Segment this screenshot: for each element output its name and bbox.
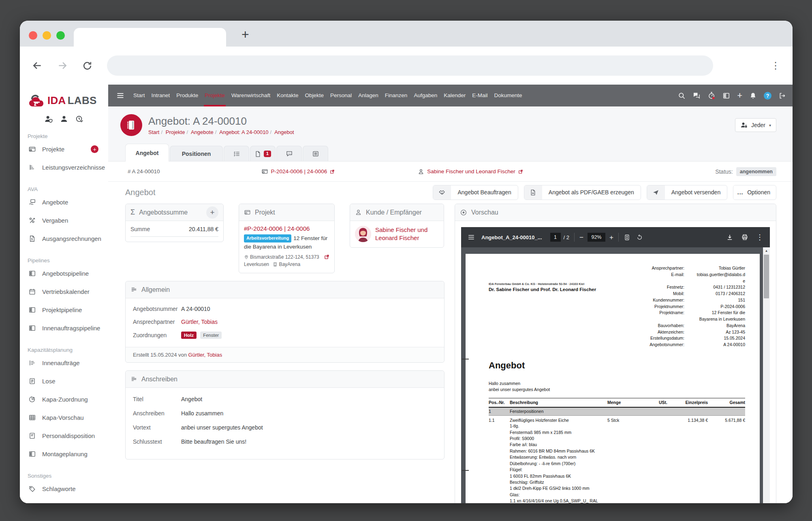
send-offer-button[interactable]: Angebot versenden	[647, 185, 727, 200]
pdf-file-icon	[524, 185, 542, 200]
tab-positionen[interactable]: Positionen	[170, 146, 223, 162]
sidebar-item-montageplanung[interactable]: Montageplanung	[20, 445, 108, 463]
pdf-page-input[interactable]: 1	[550, 233, 561, 242]
nav-item-dokumente[interactable]: Dokumente	[491, 85, 526, 106]
customer-link[interactable]: Sabine Fischer und Leonard Fischer	[375, 226, 439, 242]
nav-item-kontakte[interactable]: Kontakte	[274, 85, 301, 106]
breadcrumb-link[interactable]: Angebote	[191, 129, 214, 135]
options-button[interactable]: ... Optionen	[733, 185, 776, 200]
tab-angebot[interactable]: Angebot	[125, 144, 169, 162]
contact-link[interactable]: Gürtler, Tobias	[181, 319, 218, 325]
person-icon[interactable]	[60, 115, 68, 123]
sidebar-item-lose[interactable]: Lose	[20, 372, 108, 390]
breadcrumb-link[interactable]: Angebot	[274, 129, 294, 135]
clock-check-icon[interactable]	[75, 115, 84, 123]
search-icon[interactable]	[678, 92, 686, 100]
print-icon[interactable]	[741, 234, 748, 241]
sidebar-item-angebotspipeline[interactable]: Angebotspipeline	[20, 264, 108, 283]
creator-link[interactable]: Gürtler, Tobias	[188, 352, 222, 358]
pdf-zoom-level[interactable]: 92%	[588, 233, 605, 242]
zoom-out-icon[interactable]: −	[579, 234, 583, 241]
sidebar-item-projektpipeline[interactable]: Projektpipeline	[20, 301, 108, 319]
nav-item-warenwirtschaft[interactable]: Warenwirtschaft	[228, 85, 274, 106]
breadcrumb-link[interactable]: Angebot: A 24-00010	[219, 129, 268, 135]
sidebar-item-innenauftraege[interactable]: Innenaufträge	[20, 354, 108, 372]
sidebar-item-personaldisposition[interactable]: Personaldisposition	[20, 427, 108, 445]
external-link-icon[interactable]	[324, 254, 329, 259]
nav-item-intranet[interactable]: Intranet	[148, 85, 173, 106]
nav-item-objekte[interactable]: Objekte	[301, 85, 327, 106]
address-bar[interactable]	[107, 55, 713, 76]
sidebar-item-ausgangsrechnungen[interactable]: Ausgangsrechnungen	[20, 230, 108, 248]
person-shield-icon[interactable]	[44, 115, 53, 123]
close-window-button[interactable]	[29, 31, 37, 40]
scrollbar-thumb[interactable]	[764, 255, 769, 298]
nav-item-anlagen[interactable]: Anlagen	[355, 85, 382, 106]
board-icon[interactable]	[722, 92, 730, 100]
menu-icon[interactable]	[116, 91, 124, 100]
nav-item-projekte[interactable]: Projekte	[201, 85, 228, 106]
handshake-icon	[433, 185, 451, 200]
breadcrumb-link[interactable]: Projekte	[166, 129, 185, 135]
tab-comments[interactable]	[276, 146, 302, 162]
card-allgemein: Allgemein Angebotsnummer A 24-00010 Ansp…	[125, 281, 444, 363]
add-project-button[interactable]: +	[91, 145, 98, 153]
nav-item-email[interactable]: E-Mail	[469, 85, 491, 106]
back-icon[interactable]	[32, 60, 43, 71]
visibility-dropdown[interactable]: Jeder ▾	[735, 118, 776, 132]
pdf-scrollbar[interactable]: ▲	[763, 247, 770, 503]
sidebar-item-angebote[interactable]: Angebote	[20, 193, 108, 211]
nav-item-start[interactable]: Start	[130, 85, 148, 106]
sidebar-item-schlagworte[interactable]: Schlagworte	[20, 480, 108, 498]
plus-icon[interactable]: +	[737, 91, 742, 100]
chat-icon[interactable]	[692, 91, 701, 100]
browser-tab[interactable]	[74, 28, 226, 47]
pdf-more-icon[interactable]: ⋮	[756, 234, 763, 241]
maximize-window-button[interactable]	[56, 31, 65, 40]
project-link[interactable]: P-2024-0006 | 24-0006	[271, 168, 327, 174]
tab-documents[interactable]: 1	[250, 146, 276, 162]
browser-menu-icon[interactable]: ⋮	[771, 61, 780, 70]
forward-icon[interactable]	[57, 60, 68, 71]
create-pdf-button[interactable]: Angebot als PDF/GAEB erzeugen	[524, 185, 641, 200]
tab-log[interactable]	[303, 146, 328, 162]
customer-link[interactable]: Sabine Fischer und Leonard Fischer	[427, 168, 515, 174]
breadcrumb-link[interactable]: Start	[148, 129, 159, 135]
sidebar-item-projekte[interactable]: Projekte +	[20, 140, 108, 158]
rotate-icon[interactable]	[636, 234, 643, 241]
new-tab-button[interactable]: +	[241, 28, 249, 41]
nav-item-aufgaben[interactable]: Aufgaben	[410, 85, 440, 106]
nav-item-personal[interactable]: Personal	[327, 85, 355, 106]
tab-checklist[interactable]	[224, 146, 249, 162]
sidebar-section-label: Sonstiges	[28, 473, 108, 479]
nav-item-kalender[interactable]: Kalender	[440, 85, 469, 106]
person-icon	[418, 168, 424, 175]
help-icon[interactable]: ?	[764, 92, 771, 100]
nav-item-produkte[interactable]: Produkte	[173, 85, 201, 106]
sidebar-item-vergaben[interactable]: Vergaben	[20, 211, 108, 230]
project-link[interactable]: #P-2024-0006 | 24-0006	[244, 225, 329, 232]
logout-icon[interactable]	[778, 92, 786, 100]
time-tracking-icon[interactable]	[707, 91, 716, 100]
minimize-window-button[interactable]	[43, 31, 51, 40]
sidebar-item-vertriebskalender[interactable]: Vertriebskalender	[20, 283, 108, 301]
fit-page-icon[interactable]	[624, 234, 630, 241]
sidebar-item-innenauftragspipeline[interactable]: Innenauftragspipeline	[20, 319, 108, 337]
bell-icon[interactable]	[749, 92, 757, 100]
sidebar-item-label: Innenauftragspipeline	[42, 325, 100, 332]
external-link-icon[interactable]	[330, 169, 335, 174]
sidebar-item-leistungsverzeichnisse[interactable]: Leistungsverzeichnisse	[20, 158, 108, 177]
nav-item-finanzen[interactable]: Finanzen	[382, 85, 411, 106]
sidebar-item-kapa-zuordnung[interactable]: Kapa-Zuordnung	[20, 390, 108, 408]
idalabs-logo[interactable]: IDALABS	[27, 91, 108, 110]
add-sum-button[interactable]: +	[206, 206, 218, 219]
pdf-menu-icon[interactable]	[468, 234, 475, 241]
download-icon[interactable]	[726, 234, 733, 241]
reload-icon[interactable]	[82, 61, 92, 71]
order-offer-button[interactable]: Angebot Beauftragen	[433, 185, 518, 200]
sidebar-item-kapa-vorschau[interactable]: Kapa-Vorschau	[20, 408, 108, 427]
external-link-icon[interactable]	[518, 169, 523, 174]
scroll-up-icon[interactable]: ▲	[763, 247, 770, 254]
zoom-in-icon[interactable]: +	[609, 234, 613, 241]
building-icon	[273, 262, 278, 267]
